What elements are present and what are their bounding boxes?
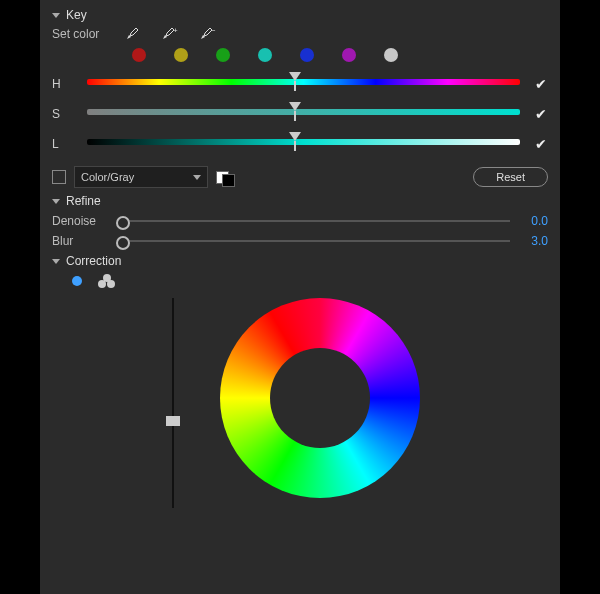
hue-label: H xyxy=(52,77,87,91)
lum-label: L xyxy=(52,137,87,151)
color-wheel-area xyxy=(52,298,548,498)
denoise-label: Denoise xyxy=(52,214,112,228)
swatch-red[interactable] xyxy=(132,48,146,62)
colorgray-select-value: Color/Gray xyxy=(81,171,134,183)
chevron-down-icon xyxy=(193,175,201,180)
eyedropper-add-icon[interactable]: + xyxy=(160,26,178,42)
svg-text:+: + xyxy=(173,26,178,35)
invert-icon[interactable] xyxy=(216,169,234,185)
swatch-magenta[interactable] xyxy=(342,48,356,62)
denoise-value[interactable]: 0.0 xyxy=(520,214,548,228)
hue-channel-toggle[interactable]: ✔ xyxy=(534,76,548,92)
eyedropper-subtract-icon[interactable]: − xyxy=(198,26,216,42)
swatch-cyan[interactable] xyxy=(258,48,272,62)
section-refine[interactable]: Refine xyxy=(52,194,548,208)
section-correction[interactable]: Correction xyxy=(52,254,548,268)
section-correction-label: Correction xyxy=(66,254,121,268)
color-swatch-row xyxy=(132,48,548,62)
sat-label: S xyxy=(52,107,87,121)
color-key-panel: Key Set color + − H ✔ xyxy=(40,0,560,594)
saturation-slider[interactable] xyxy=(87,109,520,119)
color-wheel[interactable] xyxy=(220,298,420,498)
swatch-yellow[interactable] xyxy=(174,48,188,62)
wheel-luma-knob[interactable] xyxy=(166,416,180,426)
colorgray-checkbox[interactable] xyxy=(52,170,66,184)
swatch-white[interactable] xyxy=(384,48,398,62)
luminance-slider[interactable] xyxy=(87,139,520,149)
caret-down-icon xyxy=(52,259,60,264)
correction-mode-tri-icon[interactable] xyxy=(98,274,116,288)
blur-slider[interactable] xyxy=(122,240,510,242)
set-color-label: Set color xyxy=(52,27,112,41)
blur-value[interactable]: 3.0 xyxy=(520,234,548,248)
sat-channel-toggle[interactable]: ✔ xyxy=(534,106,548,122)
svg-text:−: − xyxy=(211,26,216,35)
section-refine-label: Refine xyxy=(66,194,101,208)
hue-slider[interactable] xyxy=(87,79,520,89)
colorgray-select[interactable]: Color/Gray xyxy=(74,166,208,188)
wheel-luma-slider[interactable] xyxy=(172,298,174,508)
caret-down-icon xyxy=(52,199,60,204)
swatch-green[interactable] xyxy=(216,48,230,62)
correction-mode-single-icon[interactable] xyxy=(72,276,82,286)
denoise-slider[interactable] xyxy=(122,220,510,222)
lum-channel-toggle[interactable]: ✔ xyxy=(534,136,548,152)
eyedropper-icon[interactable] xyxy=(124,26,140,42)
section-key-label: Key xyxy=(66,8,87,22)
reset-button[interactable]: Reset xyxy=(473,167,548,187)
swatch-blue[interactable] xyxy=(300,48,314,62)
section-key[interactable]: Key xyxy=(52,8,548,22)
caret-down-icon xyxy=(52,13,60,18)
blur-label: Blur xyxy=(52,234,112,248)
